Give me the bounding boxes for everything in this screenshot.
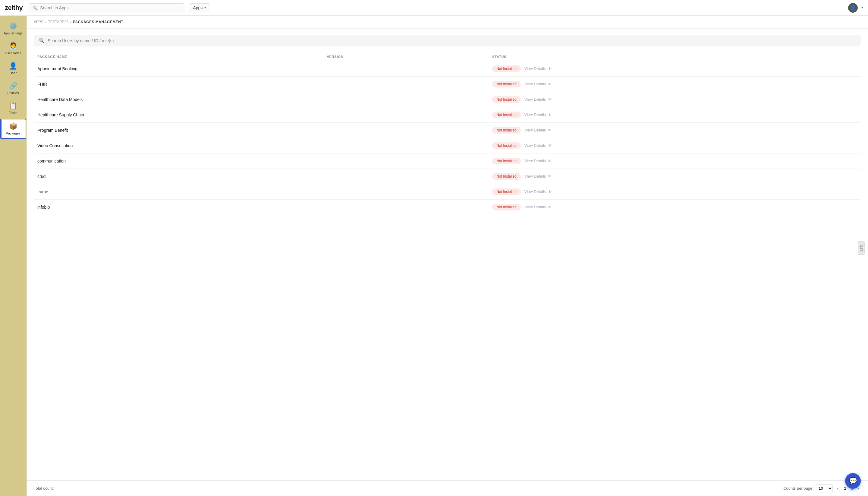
chevron-down-icon: ▾	[204, 6, 206, 10]
table-row: infobip Not Installed View Details 👁	[34, 200, 861, 215]
page-content: 🔍 PACKAGE NAME VERSION STATUS Appointmen…	[27, 29, 868, 480]
current-page: 1	[843, 486, 848, 491]
package-name-cell: FHIR	[34, 77, 323, 92]
package-status-cell: Not Installed View Details 👁	[489, 184, 861, 200]
sidebar-item-label: Packages	[6, 131, 20, 135]
packages-icon: 📦	[9, 122, 17, 130]
table-row: frame Not Installed View Details 👁	[34, 184, 861, 200]
eye-icon: 👁	[548, 97, 552, 102]
sidebar-item-user-roles[interactable]: 🧑‍💼 User Roles	[0, 39, 26, 58]
main-content: APPS / TESTAPP22 / PACKAGES MANAGEMENT 🔍	[27, 16, 868, 496]
eye-icon: 👁	[548, 205, 552, 210]
sidebar-item-packages[interactable]: 📦 Packages	[0, 119, 26, 139]
package-version-cell	[323, 123, 489, 138]
global-search-bar[interactable]: 🔍	[29, 3, 185, 12]
scope-selector[interactable]: Apps ▾	[189, 3, 210, 12]
col-header-name: PACKAGE NAME	[34, 52, 323, 61]
counts-per-page-label: Counts per page	[783, 486, 812, 491]
view-details-button[interactable]: View Details 👁	[524, 189, 552, 194]
breadcrumb-sep-1: /	[45, 20, 46, 24]
table-search-bar[interactable]: 🔍	[34, 35, 861, 46]
scope-label: Apps	[193, 5, 203, 10]
top-nav: zelthy 🔍 Apps ▾ 👤 ▾	[0, 0, 868, 16]
sidebar-item-label: User	[10, 71, 17, 75]
package-status-cell: Not Installed View Details 👁	[489, 92, 861, 107]
status-badge: Not Installed	[492, 173, 521, 180]
package-status-cell: Not Installed View Details 👁	[489, 154, 861, 169]
sidebar-item-label: User Roles	[5, 51, 21, 55]
breadcrumb: APPS / TESTAPP22 / PACKAGES MANAGEMENT	[27, 16, 868, 29]
policies-icon: 🔗	[9, 82, 17, 90]
view-details-button[interactable]: View Details 👁	[524, 66, 552, 71]
package-version-cell	[323, 107, 489, 123]
package-version-cell	[323, 92, 489, 107]
logo: zelthy	[5, 4, 22, 12]
search-input[interactable]	[40, 5, 182, 10]
eye-icon: 👁	[548, 128, 552, 133]
eye-icon: 👁	[548, 66, 552, 71]
table-row: Healthcare Data Models Not Installed Vie…	[34, 92, 861, 107]
view-details-button[interactable]: View Details 👁	[524, 159, 552, 164]
eye-icon: 👁	[548, 174, 552, 179]
package-status-cell: Not Installed View Details 👁	[489, 169, 861, 184]
status-badge: Not Installed	[492, 204, 521, 211]
table-row: communication Not Installed View Details…	[34, 154, 861, 169]
eye-icon: 👁	[548, 159, 552, 164]
col-header-version: VERSION	[323, 52, 489, 61]
table-row: Healthcare Supply Chain Not Installed Vi…	[34, 107, 861, 123]
table-search-icon: 🔍	[38, 38, 45, 43]
chat-bubble-button[interactable]: 💬	[845, 473, 861, 489]
view-details-button[interactable]: View Details 👁	[524, 205, 552, 210]
sidebar-item-policies[interactable]: 🔗 Policies	[0, 79, 26, 98]
package-status-cell: Not Installed View Details 👁	[489, 61, 861, 77]
status-badge: Not Installed	[492, 158, 521, 164]
chat-icon: 💬	[849, 477, 857, 485]
package-name-cell: Appointment Booking	[34, 61, 323, 77]
view-details-button[interactable]: View Details 👁	[524, 82, 552, 87]
sidebar-item-user[interactable]: 👤 User	[0, 59, 26, 78]
sidebar-item-label: App Settings	[4, 31, 22, 35]
view-details-button[interactable]: View Details 👁	[524, 143, 552, 148]
sidebar-item-label: Policies	[7, 91, 19, 95]
sidebar-item-app-settings[interactable]: ⚙️ App Settings	[0, 19, 26, 38]
package-version-cell	[323, 77, 489, 92]
package-name-cell: infobip	[34, 200, 323, 215]
user-menu-chevron[interactable]: ▾	[862, 6, 863, 10]
breadcrumb-testapp22[interactable]: TESTAPP22	[48, 20, 68, 24]
package-status-cell: Not Installed View Details 👁	[489, 107, 861, 123]
table-row: crud Not Installed View Details 👁	[34, 169, 861, 184]
sidebar-item-tasks[interactable]: 📋 Tasks	[0, 99, 26, 118]
table-search-input[interactable]	[48, 38, 856, 43]
package-version-cell	[323, 138, 489, 154]
sidebar: ⚙️ App Settings 🧑‍💼 User Roles 👤 User 🔗 …	[0, 16, 27, 496]
status-badge: Not Installed	[492, 188, 521, 195]
view-details-button[interactable]: View Details 👁	[524, 112, 552, 117]
table-row: Program Benefit Not Installed View Detai…	[34, 123, 861, 138]
prev-page-button[interactable]: ‹	[835, 485, 840, 492]
status-badge: Not Installed	[492, 127, 521, 134]
package-version-cell	[323, 154, 489, 169]
status-badge: Not Installed	[492, 111, 521, 118]
search-icon: 🔍	[33, 5, 38, 10]
per-page-select[interactable]: 10 20 50 100	[815, 484, 833, 492]
eye-icon: 👁	[548, 189, 552, 194]
breadcrumb-apps[interactable]: APPS	[34, 20, 43, 24]
package-version-cell	[323, 184, 489, 200]
view-details-button[interactable]: View Details 👁	[524, 97, 552, 102]
package-name-cell: communication	[34, 154, 323, 169]
table-row: FHIR Not Installed View Details 👁	[34, 77, 861, 92]
djt-tab[interactable]: DJT	[858, 241, 864, 255]
breadcrumb-sep-2: /	[70, 20, 71, 24]
eye-icon: 👁	[548, 143, 552, 148]
gear-icon: ⚙️	[9, 22, 17, 30]
user-avatar[interactable]: 👤	[848, 3, 858, 13]
view-details-button[interactable]: View Details 👁	[524, 128, 552, 133]
eye-icon: 👁	[548, 112, 552, 117]
package-version-cell	[323, 200, 489, 215]
package-name-cell: Program Benefit	[34, 123, 323, 138]
breadcrumb-current: PACKAGES MANAGEMENT	[73, 20, 123, 24]
package-status-cell: Not Installed View Details 👁	[489, 123, 861, 138]
view-details-button[interactable]: View Details 👁	[524, 174, 552, 179]
package-status-cell: Not Installed View Details 👁	[489, 200, 861, 215]
table-footer: Total count: Counts per page 10 20 50 10…	[27, 480, 868, 496]
